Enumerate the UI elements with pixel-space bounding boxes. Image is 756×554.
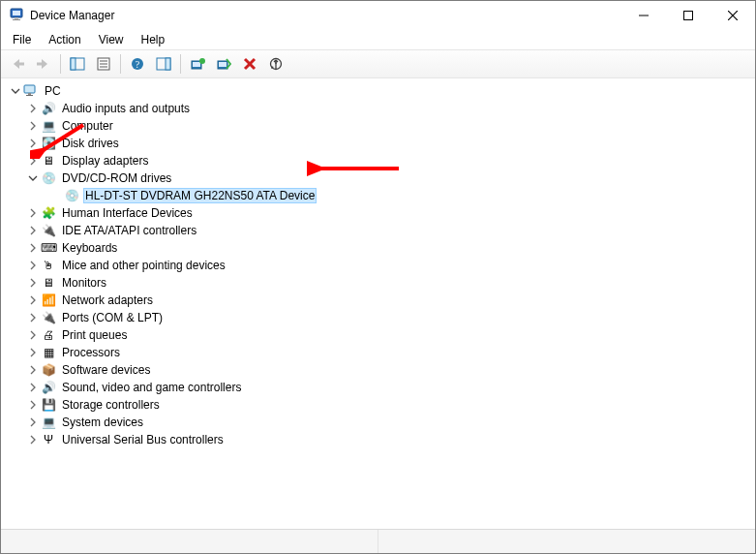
tree-category-label: Ports (COM & LPT)	[60, 311, 165, 324]
tree-category[interactable]: 🖥 Monitors	[3, 274, 753, 292]
expander-icon[interactable]	[26, 137, 40, 150]
disable-device-button[interactable]	[211, 52, 236, 76]
expander-icon[interactable]	[26, 102, 40, 115]
svg-text:?: ?	[136, 59, 140, 70]
svg-rect-5	[684, 12, 693, 20]
category-icon: 💽	[41, 136, 56, 151]
tree-category[interactable]: 📶 Network adapters	[3, 292, 753, 309]
expander-icon[interactable]	[26, 224, 40, 237]
category-icon: 🔊	[41, 380, 56, 395]
category-icon: 💻	[41, 118, 56, 134]
category-icon: Ψ	[41, 432, 56, 447]
tree-category-label: System devices	[60, 416, 145, 429]
tree-category-label: Processors	[60, 346, 122, 359]
expander-icon[interactable]	[26, 346, 40, 359]
svg-rect-19	[166, 58, 170, 70]
properties-button[interactable]	[91, 52, 116, 76]
tree-category[interactable]: 🧩 Human Interface Devices	[3, 204, 753, 222]
tree-category-label: Human Interface Devices	[60, 206, 195, 220]
menu-file[interactable]: File	[5, 31, 39, 48]
expander-icon[interactable]	[26, 293, 40, 307]
svg-rect-9	[37, 63, 43, 66]
expander-icon[interactable]	[26, 328, 40, 342]
tree-category-label: Mice and other pointing devices	[60, 259, 227, 272]
device-tree[interactable]: PC 🔊 Audio inputs and outputs 💻 Computer…	[1, 78, 755, 529]
expander-icon[interactable]	[26, 363, 40, 377]
tree-category[interactable]: 💻 Computer	[3, 117, 753, 135]
action-pane-button[interactable]	[151, 52, 176, 76]
close-button[interactable]	[711, 1, 755, 30]
tree-category[interactable]: 📦 Software devices	[3, 361, 753, 379]
svg-rect-24	[219, 62, 227, 67]
tree-category[interactable]: ▦ Processors	[3, 344, 753, 361]
svg-rect-30	[26, 95, 33, 96]
pc-icon	[23, 83, 39, 99]
scan-hardware-button[interactable]	[263, 52, 288, 76]
expander-icon[interactable]	[26, 433, 40, 446]
status-cell	[378, 530, 755, 553]
back-button[interactable]	[5, 52, 30, 76]
category-icon: 💻	[41, 415, 56, 430]
tree-category[interactable]: 🔊 Audio inputs and outputs	[3, 100, 753, 117]
category-icon: ▦	[41, 345, 56, 360]
tree-category[interactable]: ⌨ Keyboards	[3, 239, 753, 257]
expander-icon[interactable]	[26, 241, 40, 255]
expander-icon[interactable]	[26, 119, 40, 133]
status-cell	[1, 530, 378, 553]
category-icon: 🔌	[41, 310, 56, 325]
tree-category[interactable]: 🖥 Display adapters	[3, 152, 753, 169]
expander-icon[interactable]	[26, 398, 40, 412]
window-controls	[621, 1, 755, 30]
expander-icon[interactable]	[26, 206, 40, 220]
app-icon	[9, 7, 24, 25]
titlebar-left: Device Manager	[9, 7, 114, 25]
tree-category[interactable]: 💽 Disk drives	[3, 135, 753, 152]
tree-category[interactable]: Ψ Universal Serial Bus controllers	[3, 431, 753, 448]
tree-device[interactable]: 💿 HL-DT-ST DVDRAM GH22NS50 ATA Device	[3, 187, 753, 204]
category-icon: 🖥	[41, 275, 56, 291]
tree-category[interactable]: 💻 System devices	[3, 414, 753, 431]
maximize-button[interactable]	[666, 1, 711, 30]
svg-rect-11	[71, 58, 76, 70]
expander-icon[interactable]	[9, 84, 22, 98]
menu-action[interactable]: Action	[41, 31, 88, 48]
tree-category[interactable]: 🖨 Print queues	[3, 326, 753, 344]
tree-category-label: Monitors	[60, 276, 108, 290]
svg-rect-29	[28, 93, 31, 95]
tree-category[interactable]: 💿 DVD/CD-ROM drives	[3, 169, 753, 187]
tree-device-label: HL-DT-ST DVDRAM GH22NS50 ATA Device	[83, 188, 317, 203]
show-hide-console-tree-button[interactable]	[65, 52, 90, 76]
expander-spacer	[49, 189, 63, 202]
tree-category[interactable]: 🔌 IDE ATA/ATAPI controllers	[3, 222, 753, 239]
tree-category-label: Display adapters	[60, 154, 150, 168]
menu-help[interactable]: Help	[134, 31, 173, 48]
tree-category[interactable]: 💾 Storage controllers	[3, 396, 753, 414]
uninstall-device-button[interactable]	[237, 52, 262, 76]
tree-root[interactable]: PC	[3, 82, 753, 100]
forward-button[interactable]	[31, 52, 56, 76]
tree-category[interactable]: 🔌 Ports (COM & LPT)	[3, 309, 753, 326]
menu-view[interactable]: View	[91, 31, 132, 48]
update-driver-button[interactable]	[185, 52, 210, 76]
device-icon: 💿	[64, 188, 79, 203]
tree-category-label: Software devices	[60, 363, 152, 377]
expander-icon[interactable]	[26, 154, 40, 168]
tree-category-label: Computer	[60, 119, 115, 133]
category-icon: 📦	[41, 362, 56, 378]
category-icon: 🖨	[41, 327, 56, 343]
expander-icon[interactable]	[26, 276, 40, 290]
category-icon: 🖱	[41, 258, 56, 273]
svg-rect-21	[193, 62, 200, 67]
expander-icon[interactable]	[26, 259, 40, 272]
expander-icon[interactable]	[26, 171, 40, 185]
help-button[interactable]: ?	[125, 52, 150, 76]
tree-category[interactable]: 🔊 Sound, video and game controllers	[3, 379, 753, 396]
category-icon: ⌨	[41, 240, 56, 256]
tree-category[interactable]: 🖱 Mice and other pointing devices	[3, 257, 753, 274]
expander-icon[interactable]	[26, 416, 40, 429]
expander-icon[interactable]	[26, 381, 40, 394]
svg-point-22	[199, 58, 205, 64]
expander-icon[interactable]	[26, 311, 40, 324]
minimize-button[interactable]	[621, 1, 666, 30]
svg-rect-1	[13, 11, 20, 15]
